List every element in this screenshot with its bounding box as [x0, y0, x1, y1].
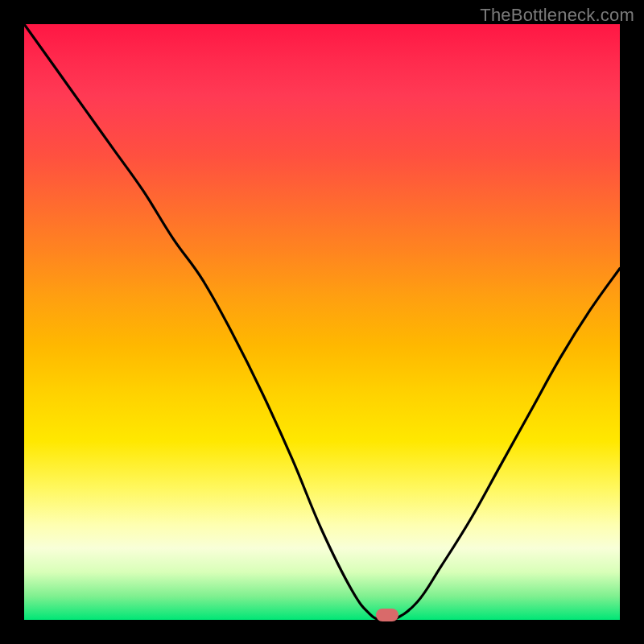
optimal-point-marker — [376, 609, 398, 621]
curve-layer — [24, 24, 620, 620]
chart-container: TheBottleneck.com — [0, 0, 644, 644]
plot-area — [24, 24, 620, 620]
bottleneck-curve-path — [24, 24, 620, 620]
watermark-label: TheBottleneck.com — [480, 5, 634, 26]
